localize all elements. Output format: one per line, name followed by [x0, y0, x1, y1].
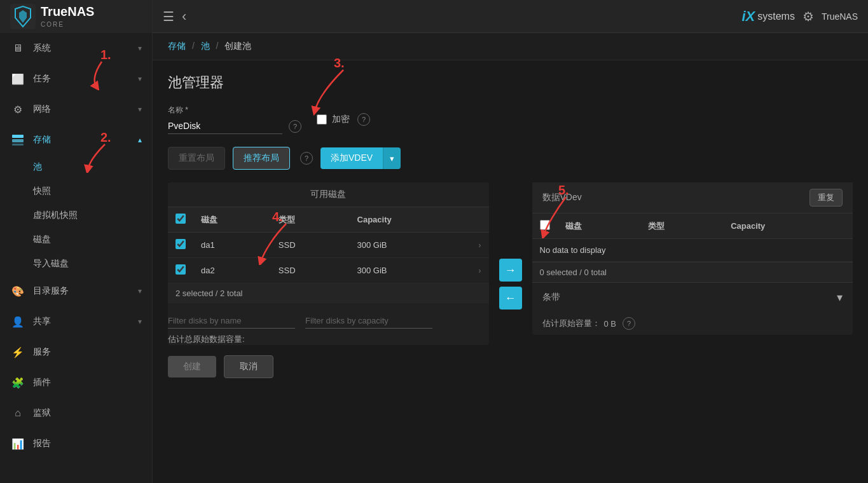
- sidebar-item-storage[interactable]: 存储 ▴: [0, 125, 152, 155]
- reports-icon: 📊: [10, 436, 25, 451]
- topbar-right: iX systems ⚙ TrueNAS: [741, 8, 858, 25]
- directory-icon: 🎨: [10, 283, 25, 299]
- logo-core: CORE: [41, 21, 64, 28]
- tasks-icon: ⬜: [10, 71, 25, 86]
- page-title: 池管理器: [168, 73, 853, 92]
- back-icon[interactable]: ‹: [182, 8, 186, 25]
- topbar: ☰ ‹ iX systems ⚙ TrueNAS: [153, 0, 868, 33]
- cancel-button[interactable]: 取消: [224, 355, 273, 378]
- name-help-icon[interactable]: ?: [289, 120, 301, 133]
- add-vdev-dropdown[interactable]: ▾: [383, 147, 401, 169]
- svg-rect-4: [12, 139, 24, 142]
- no-data-message: No data to display: [532, 239, 853, 262]
- available-selection-bar: 2 selected / 2 total: [168, 283, 489, 303]
- filter-capacity-input[interactable]: [305, 313, 432, 329]
- sidebar-nav: 🖥 系统 ▾ ⬜ 任务 ▾ ⚙ 网络 ▾ 存储 ▴ 池 快照: [0, 33, 152, 483]
- topbar-user: TrueNAS: [822, 11, 858, 22]
- disk-da2-checkbox[interactable]: [176, 264, 186, 275]
- sidebar-sub-snapshot[interactable]: 快照: [0, 179, 152, 203]
- sidebar-item-reports[interactable]: 📊 报告: [0, 428, 152, 459]
- sidebar-item-system[interactable]: 🖥 系统 ▾: [0, 33, 152, 64]
- estimate-row: 估计原始容量： 0 B ?: [532, 312, 853, 335]
- add-vdev-button[interactable]: 添加VDEV: [320, 147, 383, 169]
- sidebar-item-sharing[interactable]: 👤 共享 ▾: [0, 306, 152, 337]
- suggest-help-icon[interactable]: ?: [300, 152, 313, 165]
- col-disk-header: 磁盘: [193, 207, 271, 233]
- disk-row-da1: da1 SSD 300 GiB ›: [168, 233, 489, 258]
- vdev-col-type: 类型: [640, 214, 723, 239]
- transfer-back-button[interactable]: ←: [499, 287, 522, 310]
- settings-icon[interactable]: ⚙: [803, 9, 814, 24]
- vdev-col-disk: 磁盘: [558, 214, 640, 239]
- stripe-dropdown-icon[interactable]: ▾: [837, 290, 843, 304]
- sidebar-item-tasks[interactable]: ⬜ 任务 ▾: [0, 64, 152, 94]
- estimate-value: 0 B: [604, 319, 617, 329]
- sidebar-sub-disk[interactable]: 磁盘: [0, 228, 152, 252]
- vdev-col-check: [532, 214, 558, 239]
- buttons-row: 重置布局 推荐布局 ? 添加VDEV ▾: [168, 147, 853, 170]
- vdev-title: 数据VDev: [542, 192, 582, 203]
- content-area: 池管理器 名称 * ? 加密 ? 重置布局 推荐布局: [153, 60, 868, 483]
- disk-da2-expand[interactable]: ›: [471, 258, 488, 283]
- sidebar-sub-vm-snapshot[interactable]: 虚拟机快照: [0, 203, 152, 228]
- sidebar-item-directory[interactable]: 🎨 目录服务 ▾: [0, 276, 152, 306]
- directory-arrow: ▾: [138, 287, 142, 296]
- sidebar-item-services[interactable]: ⚡ 服务: [0, 337, 152, 367]
- encrypt-row: 加密 ?: [317, 113, 370, 126]
- transfer-forward-button[interactable]: →: [499, 259, 522, 282]
- add-vdev-split-button: 添加VDEV ▾: [320, 147, 401, 169]
- sharing-arrow: ▾: [138, 317, 142, 326]
- form-row: 名称 * ? 加密 ?: [168, 105, 853, 134]
- bottom-row: 创建 取消: [168, 355, 853, 378]
- vdev-header: 数据VDev 重复: [532, 182, 853, 214]
- col-capacity-header: Capacity: [350, 207, 471, 233]
- available-disks-panel: 可用磁盘 磁盘 类型 Capacity: [168, 182, 489, 345]
- sidebar-item-network[interactable]: ⚙ 网络 ▾: [0, 94, 152, 125]
- disk-da1-checkbox[interactable]: [176, 239, 186, 249]
- breadcrumb-pool[interactable]: 池: [201, 41, 210, 51]
- sidebar-item-plugins[interactable]: 🧩 插件: [0, 367, 152, 398]
- encrypt-help-icon[interactable]: ?: [357, 113, 370, 126]
- vdev-col-capacity: Capacity: [723, 214, 853, 239]
- breadcrumb-storage[interactable]: 存储: [168, 41, 186, 51]
- disk-da2-type: SSD: [271, 258, 350, 283]
- main-area: ☰ ‹ iX systems ⚙ TrueNAS 存储 / 池 / 创建池 池管…: [153, 0, 868, 483]
- sidebar-item-jails[interactable]: ⌂ 监狱: [0, 398, 152, 428]
- estimate-label: 估计原始容量：: [542, 318, 600, 329]
- sidebar-sub-pool[interactable]: 池: [0, 155, 152, 179]
- estimate-help-icon[interactable]: ?: [623, 317, 635, 330]
- suggest-layout-button[interactable]: 推荐布局: [233, 147, 290, 170]
- reset-layout-button[interactable]: 重置布局: [168, 147, 225, 170]
- breadcrumb: 存储 / 池 / 创建池: [168, 41, 251, 52]
- ix-logo: iX systems: [741, 8, 794, 25]
- disk-da1-type: SSD: [271, 233, 350, 258]
- total-capacity-label: 估计总原始数据容量:: [168, 334, 489, 345]
- encrypt-checkbox[interactable]: [317, 114, 327, 125]
- filter-name-input[interactable]: [168, 313, 295, 329]
- filter-row: [168, 313, 489, 329]
- truenas-logo-icon: [10, 4, 36, 29]
- vdev-no-data-row: No data to display: [532, 239, 853, 262]
- stripe-label: 条带: [542, 292, 837, 303]
- logo-truenas: TrueNAS: [41, 4, 94, 18]
- repeat-button[interactable]: 重复: [809, 189, 843, 207]
- disk-da1-capacity: 300 GiB: [350, 233, 471, 258]
- create-button[interactable]: 创建: [168, 356, 216, 378]
- menu-icon[interactable]: ☰: [163, 9, 174, 24]
- disk-da1-expand[interactable]: ›: [471, 233, 488, 258]
- disk-da2-capacity: 300 GiB: [350, 258, 471, 283]
- topbar-left: ☰ ‹: [163, 8, 186, 25]
- plugins-icon: 🧩: [10, 375, 25, 390]
- stripe-row: 条带 ▾: [532, 282, 853, 312]
- svg-rect-5: [12, 144, 24, 146]
- col-type-header: 类型: [271, 207, 350, 233]
- pool-name-input[interactable]: [168, 118, 282, 134]
- storage-icon: [10, 132, 25, 147]
- sharing-icon: 👤: [10, 314, 25, 329]
- select-all-checkbox[interactable]: [176, 214, 186, 224]
- disk-da1-name: da1: [193, 233, 271, 258]
- vdev-select-all[interactable]: [540, 220, 550, 230]
- network-icon: ⚙: [10, 102, 25, 117]
- tasks-arrow: ▾: [138, 74, 142, 83]
- sidebar-sub-import-disk[interactable]: 导入磁盘: [0, 252, 152, 276]
